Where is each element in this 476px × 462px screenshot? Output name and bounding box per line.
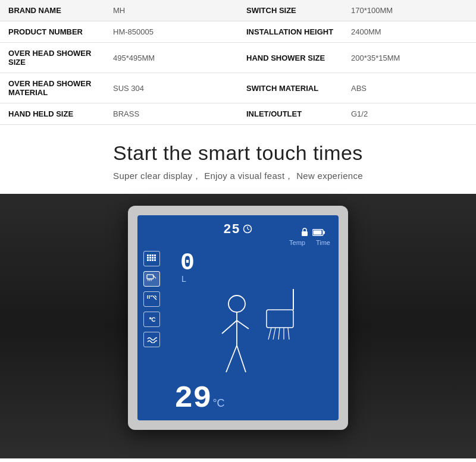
- svg-line-2: [248, 229, 249, 230]
- table-row: OVER HEAD SHOWER MATERIAL SUS 304 SWITCH…: [0, 73, 476, 103]
- mixed-shower-icon: [143, 291, 160, 307]
- svg-rect-26: [151, 296, 152, 297]
- svg-rect-18: [154, 259, 156, 261]
- svg-line-29: [152, 296, 156, 300]
- svg-rect-11: [147, 257, 149, 259]
- touch-panel: 25: [128, 206, 348, 430]
- spec-label: SWITCH SIZE: [238, 0, 343, 21]
- volume-display: 0: [180, 250, 197, 276]
- spec-value: MH: [105, 0, 238, 21]
- svg-line-33: [222, 320, 237, 334]
- lock-svg: [300, 227, 309, 237]
- promo-subtitle: Super clear display， Enjoy a visual feas…: [12, 171, 464, 182]
- svg-rect-37: [267, 310, 293, 328]
- svg-line-34: [237, 320, 249, 329]
- degree-celsius: °C: [212, 397, 224, 410]
- time-label: Time: [316, 239, 330, 246]
- lcd-bottom-temp-display: 29 °C: [174, 384, 225, 414]
- spec-label: HAND HELD SIZE: [0, 103, 105, 125]
- table-row: HAND HELD SIZE BRASS INLET/OUTLET G1/2: [0, 103, 476, 125]
- svg-rect-25: [149, 296, 150, 297]
- svg-rect-17: [152, 259, 154, 261]
- person-shower-area: [168, 286, 329, 381]
- lcd-content-area: 0 L: [165, 249, 333, 414]
- spec-value: 2400MM: [343, 21, 476, 43]
- spec-label: PRODUCT NUMBER: [0, 21, 105, 43]
- spec-label: BRAND NAME: [0, 0, 105, 21]
- svg-line-38: [268, 328, 271, 340]
- clock-icon: [243, 224, 252, 234]
- spec-label: HAND SHOWER SIZE: [238, 43, 343, 73]
- steam-icon: [143, 332, 160, 347]
- svg-line-30: [155, 296, 156, 297]
- spec-label: OVER HEAD SHOWER MATERIAL: [0, 73, 105, 103]
- lcd-main: ℃ 0: [143, 249, 333, 414]
- svg-rect-7: [147, 254, 149, 256]
- battery-icon: [312, 228, 325, 238]
- spec-value: 200*35*15MM: [343, 43, 476, 73]
- svg-rect-6: [323, 231, 325, 234]
- svg-rect-5: [314, 230, 322, 234]
- table-row: PRODUCT NUMBER HM-850005 INSTALLATION HE…: [0, 21, 476, 43]
- display-section: 25: [0, 194, 476, 458]
- temperature-icon: ℃: [143, 312, 160, 327]
- svg-rect-8: [149, 254, 151, 256]
- lcd-sidebar: ℃: [143, 249, 165, 414]
- spec-label: SWITCH MATERIAL: [238, 73, 343, 103]
- svg-rect-19: [147, 275, 154, 279]
- lcd-screen: 25: [137, 215, 339, 420]
- overhead-shower-icon: [143, 251, 160, 266]
- specs-table: BRAND NAME MH SWITCH SIZE 170*100MM PROD…: [0, 0, 476, 125]
- svg-rect-14: [154, 257, 156, 259]
- lcd-top-icons: [300, 227, 325, 238]
- promo-title: Start the smart touch times: [12, 142, 464, 165]
- person-shower-svg: [189, 286, 308, 381]
- table-row: BRAND NAME MH SWITCH SIZE 170*100MM: [0, 0, 476, 21]
- spec-value: ABS: [343, 73, 476, 103]
- lcd-labels-row: Temp Time: [143, 239, 333, 246]
- spec-label: INSTALLATION HEIGHT: [238, 21, 343, 43]
- spec-label: OVER HEAD SHOWER SIZE: [0, 43, 105, 73]
- bottom-temp-value: 29: [174, 384, 211, 414]
- hand-shower-icon: [143, 271, 160, 287]
- svg-line-40: [278, 328, 280, 340]
- spec-value: BRASS: [105, 103, 238, 125]
- lcd-top-temperature: 25: [224, 221, 252, 237]
- svg-point-31: [228, 296, 245, 312]
- promo-section: Start the smart touch times Super clear …: [0, 125, 476, 194]
- svg-rect-10: [154, 254, 156, 256]
- svg-line-42: [288, 328, 289, 340]
- battery-svg: [312, 229, 325, 236]
- lock-icon: [300, 227, 309, 238]
- svg-line-35: [226, 345, 237, 372]
- temp-label: Temp: [289, 239, 305, 246]
- spec-value: HM-850005: [105, 21, 238, 43]
- svg-rect-28: [149, 297, 150, 298]
- svg-rect-16: [149, 259, 151, 261]
- svg-rect-9: [152, 254, 154, 256]
- spec-value: 170*100MM: [343, 0, 476, 21]
- svg-line-39: [273, 328, 275, 340]
- svg-rect-24: [147, 296, 148, 297]
- svg-line-36: [237, 345, 246, 372]
- table-row: OVER HEAD SHOWER SIZE 495*495MM HAND SHO…: [0, 43, 476, 73]
- svg-rect-27: [147, 297, 148, 298]
- svg-rect-12: [149, 257, 151, 259]
- spec-value: SUS 304: [105, 73, 238, 103]
- svg-rect-13: [152, 257, 154, 259]
- svg-rect-15: [147, 259, 149, 261]
- spec-value: 495*495MM: [105, 43, 238, 73]
- spec-value: G1/2: [343, 103, 476, 125]
- spec-label: INLET/OUTLET: [238, 103, 343, 125]
- svg-rect-3: [302, 231, 308, 236]
